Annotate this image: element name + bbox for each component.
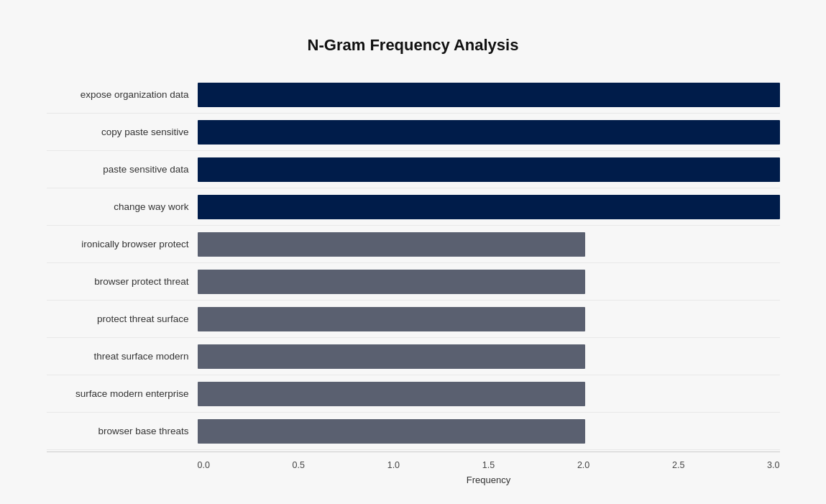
bar-track	[198, 83, 780, 107]
bar-fill	[198, 157, 780, 182]
x-axis-container: 0.00.51.01.52.02.53.0	[47, 460, 780, 470]
bar-row: threat surface modern	[47, 338, 780, 375]
chart-area: expose organization datacopy paste sensi…	[47, 76, 780, 450]
bar-label: expose organization data	[47, 89, 198, 100]
bar-row: surface modern enterprise	[47, 375, 780, 413]
x-tick-label: 3.0	[767, 460, 779, 470]
bar-label: browser protect threat	[47, 276, 198, 287]
x-axis-labels: 0.00.51.01.52.02.53.0	[198, 460, 780, 470]
bar-row: paste sensitive data	[47, 151, 780, 188]
chart-container: N-Gram Frequency Analysis expose organiz…	[18, 14, 809, 504]
bar-row: protect threat surface	[47, 301, 780, 338]
bar-label: surface modern enterprise	[47, 388, 198, 399]
x-tick-label: 2.5	[672, 460, 684, 470]
bar-row: change way work	[47, 188, 780, 226]
bar-track	[198, 382, 780, 406]
x-tick-label: 1.0	[387, 460, 400, 470]
bar-fill	[198, 195, 780, 219]
bar-row: ironically browser protect	[47, 226, 780, 263]
bar-row: expose organization data	[47, 76, 780, 114]
bar-track	[198, 270, 780, 294]
bar-track	[198, 307, 780, 331]
bar-label: paste sensitive data	[47, 164, 198, 175]
bar-label: protect threat surface	[47, 313, 198, 324]
bar-fill	[198, 382, 586, 406]
x-tick-label: 1.5	[482, 460, 495, 470]
bar-fill	[198, 419, 586, 444]
x-axis-title: Frequency	[47, 475, 780, 485]
bar-track	[198, 157, 780, 182]
bar-track	[198, 232, 780, 257]
bar-fill	[198, 344, 586, 369]
bar-fill	[198, 83, 780, 107]
bar-track	[198, 195, 780, 219]
x-tick-label: 0.5	[293, 460, 305, 470]
bar-row: browser base threats	[47, 413, 780, 450]
bar-fill	[198, 307, 586, 331]
bar-label: change way work	[47, 201, 198, 212]
x-tick-label: 2.0	[577, 460, 589, 470]
bar-track	[198, 344, 780, 369]
bar-track	[198, 419, 780, 444]
axis-line	[47, 452, 780, 453]
bar-fill	[198, 232, 586, 257]
bar-label: ironically browser protect	[47, 239, 198, 249]
bar-row: browser protect threat	[47, 263, 780, 301]
bar-track	[198, 120, 780, 145]
bar-label: threat surface modern	[47, 351, 198, 362]
bar-label: browser base threats	[47, 426, 198, 436]
chart-title: N-Gram Frequency Analysis	[47, 36, 780, 55]
bar-label: copy paste sensitive	[47, 127, 198, 137]
x-tick-label: 0.0	[198, 460, 210, 470]
bar-row: copy paste sensitive	[47, 114, 780, 151]
bar-fill	[198, 120, 780, 145]
bar-fill	[198, 270, 586, 294]
